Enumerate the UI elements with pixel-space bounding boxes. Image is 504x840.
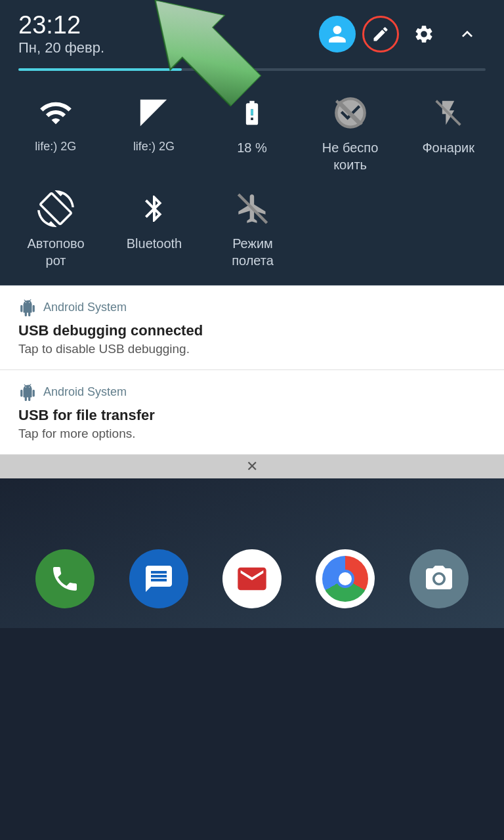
qs-battery-label: 18 % bbox=[237, 139, 267, 156]
clock-time: 23:12 bbox=[18, 12, 104, 39]
notif2-app-name: Android System bbox=[43, 385, 127, 399]
qs-autorotate-label: Автоповорот bbox=[27, 235, 84, 269]
qs-battery[interactable]: 18 % bbox=[209, 92, 295, 156]
notif1-app-name: Android System bbox=[43, 301, 127, 314]
notif1-header: Android System bbox=[18, 299, 486, 317]
brightness-fill bbox=[18, 68, 182, 71]
qs-signal[interactable]: life:) 2G bbox=[111, 92, 196, 154]
quick-settings-row2: Автоповорот Bluetooth Режимполета bbox=[0, 185, 504, 285]
app-dock bbox=[0, 536, 504, 628]
chrome-center bbox=[336, 570, 354, 588]
notif2-title: USB for file transfer bbox=[18, 407, 486, 424]
notification-item[interactable]: Android System USB debugging connected T… bbox=[0, 285, 504, 370]
battery-icon bbox=[231, 92, 273, 134]
signal-icon bbox=[133, 92, 175, 134]
autorotate-icon bbox=[35, 188, 77, 230]
avatar-button[interactable] bbox=[319, 16, 356, 52]
notification-item[interactable]: Android System USB for file transfer Tap… bbox=[0, 370, 504, 455]
wifi-icon bbox=[35, 92, 77, 134]
qs-bluetooth-label: Bluetooth bbox=[127, 235, 182, 252]
notifications-list: Android System USB debugging connected T… bbox=[0, 285, 504, 455]
qs-airplane-label: Режимполета bbox=[232, 235, 274, 269]
notif2-header: Android System bbox=[18, 383, 486, 402]
brightness-slider[interactable] bbox=[18, 68, 486, 71]
dock-phone-button[interactable] bbox=[35, 549, 94, 608]
flashlight-icon bbox=[427, 92, 469, 134]
notification-panel: 23:12 Пн, 20 февр. bbox=[0, 0, 504, 285]
dock-camera-button[interactable] bbox=[410, 549, 469, 608]
clock-date: Пн, 20 февр. bbox=[18, 39, 104, 56]
time-date: 23:12 Пн, 20 февр. bbox=[18, 12, 104, 56]
header-icons bbox=[319, 16, 486, 52]
airplane-icon bbox=[232, 188, 274, 230]
chrome-icon bbox=[322, 556, 368, 602]
notif1-title: USB debugging connected bbox=[18, 322, 486, 339]
qs-dnd-label: Не беспокоить bbox=[322, 139, 378, 173]
dnd-icon bbox=[329, 92, 371, 134]
home-screen bbox=[0, 478, 504, 628]
qs-wifi-label: life:) 2G bbox=[35, 139, 76, 154]
qs-autorotate[interactable]: Автоповорот bbox=[7, 188, 105, 269]
qs-flashlight-label: Фонарик bbox=[422, 139, 474, 156]
dock-messages-button[interactable] bbox=[129, 549, 188, 608]
settings-button[interactable] bbox=[406, 16, 442, 52]
android-system-icon bbox=[18, 299, 37, 317]
dismiss-bar[interactable]: ✕ bbox=[0, 455, 504, 478]
notif2-body: Tap for more options. bbox=[18, 427, 486, 441]
bluetooth-icon bbox=[133, 188, 175, 230]
dock-gmail-button[interactable] bbox=[222, 549, 282, 608]
quick-settings-row1: life:) 2G life:) 2G 18 % bbox=[0, 85, 504, 185]
qs-bluetooth[interactable]: Bluetooth bbox=[105, 188, 203, 252]
panel-header: 23:12 Пн, 20 февр. bbox=[0, 0, 504, 62]
qs-airplane[interactable]: Режимполета bbox=[203, 188, 302, 269]
collapse-button[interactable] bbox=[449, 16, 486, 52]
qs-flashlight[interactable]: Фонарик bbox=[406, 92, 491, 156]
android-system-icon-2 bbox=[18, 383, 37, 402]
dismiss-icon: ✕ bbox=[246, 458, 258, 475]
notif1-body: Tap to disable USB debugging. bbox=[18, 342, 486, 356]
edit-button[interactable] bbox=[362, 16, 399, 52]
dock-chrome-button[interactable] bbox=[316, 549, 375, 608]
qs-signal-label: life:) 2G bbox=[133, 139, 175, 154]
qs-wifi[interactable]: life:) 2G bbox=[13, 92, 98, 154]
qs-dnd[interactable]: Не беспокоить bbox=[308, 92, 393, 173]
